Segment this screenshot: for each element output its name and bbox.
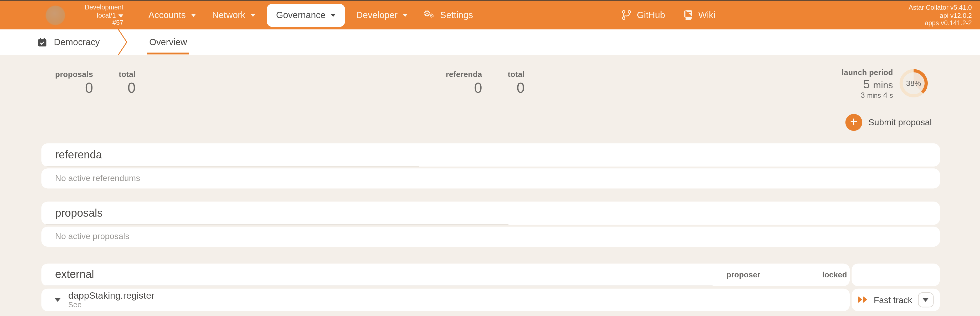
api-version: api v12.0.2 bbox=[908, 11, 972, 19]
proposals-section: proposals No active proposals bbox=[41, 201, 940, 246]
call-note: See bbox=[68, 301, 154, 309]
crumb-separator bbox=[118, 29, 128, 55]
calendar-check-icon bbox=[38, 37, 47, 47]
column-header-proposer: proposer bbox=[727, 270, 760, 279]
submit-proposal-button[interactable]: + Submit proposal bbox=[845, 114, 932, 130]
proposals-header: proposals bbox=[41, 201, 940, 224]
stat-referenda: referenda 0 bbox=[446, 70, 482, 96]
external-header-row: external proposer locked bbox=[41, 263, 940, 286]
network-selector[interactable]: Development local/1 #57 bbox=[73, 3, 124, 27]
progress-percent: 38% bbox=[906, 79, 921, 87]
nav-item-settings[interactable]: ⚙⚙ Settings bbox=[416, 1, 481, 29]
launch-period-text: launch period 5 mins 3 mins 4 s bbox=[842, 68, 893, 99]
chain-name: Development bbox=[73, 3, 124, 11]
tab-overview[interactable]: Overview bbox=[146, 29, 190, 55]
tables: referenda No active referendums proposal… bbox=[0, 143, 980, 311]
expand-caret-icon[interactable] bbox=[54, 298, 61, 301]
referenda-section: referenda No active referendums bbox=[41, 143, 940, 188]
fast-track-button[interactable]: Fast track bbox=[858, 295, 912, 305]
column-header-locked: locked bbox=[822, 270, 847, 279]
node-version: Astar Collator v5.41.0 bbox=[908, 3, 972, 11]
plus-icon: + bbox=[845, 114, 862, 130]
stat-referenda-total: total 0 bbox=[508, 70, 525, 96]
main-nav: Accounts Network Governance Developer ⚙⚙… bbox=[140, 1, 481, 29]
external-header: external proposer locked bbox=[41, 263, 850, 286]
node-name: local/1 bbox=[73, 11, 124, 19]
nav-item-accounts[interactable]: Accounts bbox=[140, 1, 204, 29]
code-branch-icon bbox=[622, 10, 632, 20]
page-content: proposals 0 total 0 referenda 0 total 0 … bbox=[0, 55, 980, 316]
proposals-stats: proposals 0 total 0 bbox=[55, 70, 135, 96]
section-crumb: Democracy bbox=[38, 29, 100, 55]
external-actions-header bbox=[851, 263, 940, 286]
referenda-stats: referenda 0 total 0 bbox=[446, 70, 525, 96]
proposals-empty-row: No active proposals bbox=[41, 226, 940, 246]
call-method: dappStaking.register bbox=[68, 290, 154, 300]
chain-logo[interactable] bbox=[46, 6, 65, 25]
app-header: Development local/1 #57 Accounts Network… bbox=[0, 1, 980, 29]
actions-dropdown-button[interactable] bbox=[918, 292, 934, 307]
launch-period-value: 5 mins bbox=[842, 78, 893, 91]
tab-bar: Democracy Overview bbox=[0, 29, 980, 55]
progress-ring: 38% bbox=[899, 68, 928, 97]
stat-proposals: proposals 0 bbox=[55, 70, 93, 96]
external-links: GitHub Wiki bbox=[622, 1, 716, 29]
stat-proposals-total: total 0 bbox=[119, 70, 135, 96]
gears-icon: ⚙⚙ bbox=[424, 10, 435, 20]
chevron-down-icon bbox=[118, 14, 123, 17]
version-info: Astar Collator v5.41.0 api v12.0.2 apps … bbox=[908, 3, 972, 27]
chevron-down-icon bbox=[331, 14, 336, 17]
section-title: Democracy bbox=[54, 37, 100, 47]
book-icon bbox=[684, 10, 692, 20]
external-section: external proposer locked dappStaking.reg… bbox=[41, 263, 940, 311]
launch-period-remaining: 3 mins 4 s bbox=[842, 91, 893, 99]
referenda-header: referenda bbox=[41, 143, 940, 166]
best-block: #57 bbox=[73, 19, 124, 27]
nav-item-developer[interactable]: Developer bbox=[348, 1, 416, 29]
external-proposal-row: dappStaking.register See Fast track bbox=[41, 288, 940, 311]
chevron-down-icon bbox=[250, 14, 255, 17]
app-root: Development local/1 #57 Accounts Network… bbox=[0, 0, 980, 316]
nav-item-governance[interactable]: Governance bbox=[267, 4, 345, 27]
launch-period: launch period 5 mins 3 mins 4 s 38% bbox=[842, 68, 928, 99]
chevron-down-icon bbox=[923, 298, 929, 301]
github-link[interactable]: GitHub bbox=[622, 10, 665, 20]
referenda-empty-row: No active referendums bbox=[41, 168, 940, 188]
external-actions-cell: Fast track bbox=[851, 288, 940, 311]
call-info: dappStaking.register See bbox=[68, 290, 154, 309]
nav-item-network[interactable]: Network bbox=[204, 1, 264, 29]
external-proposal-cell: dappStaking.register See bbox=[41, 288, 850, 311]
chevron-down-icon bbox=[191, 14, 196, 17]
chevron-down-icon bbox=[402, 14, 407, 17]
chevron-right-icon bbox=[118, 29, 128, 55]
fast-forward-icon bbox=[858, 296, 868, 303]
apps-version: apps v0.141.2-2 bbox=[908, 19, 972, 27]
wiki-link[interactable]: Wiki bbox=[684, 10, 716, 20]
